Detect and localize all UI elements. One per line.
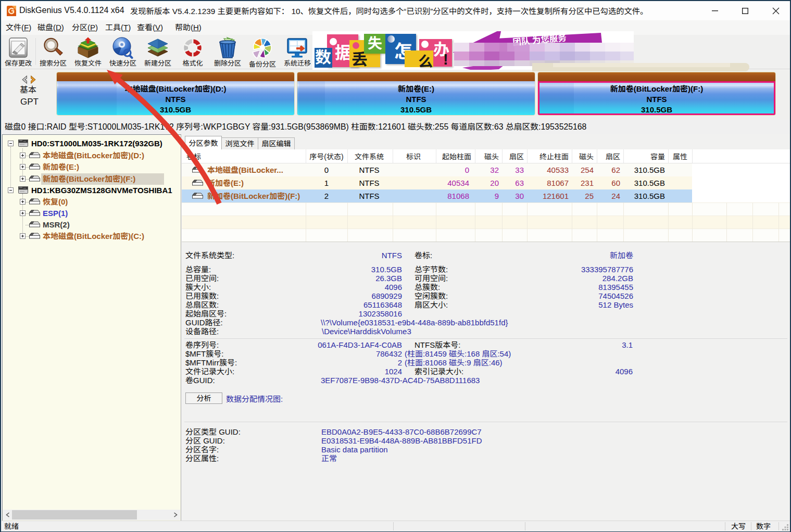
svg-text:团队 为您服务: 团队 为您服务 [512,33,567,47]
